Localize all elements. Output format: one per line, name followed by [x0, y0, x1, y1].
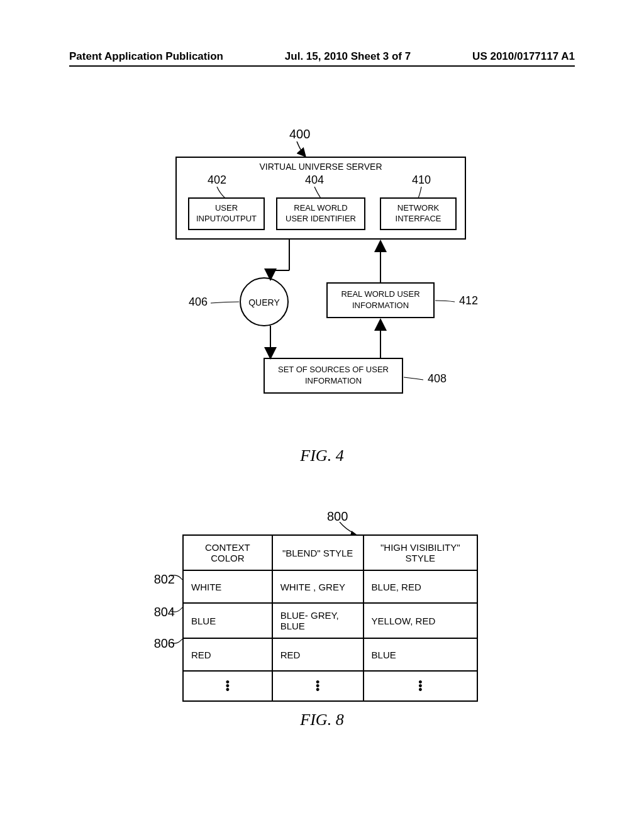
- col-blend-style: "BLEND" STYLE: [272, 535, 364, 570]
- header-right: US 2010/0177117 A1: [472, 50, 575, 63]
- table-row: WHITE WHITE , GREY BLUE, RED: [183, 570, 477, 603]
- svg-text:INPUT/OUTPUT: INPUT/OUTPUT: [196, 214, 257, 223]
- fig8-caption: FIG. 8: [0, 711, 644, 729]
- col-context-color: CONTEXT COLOR: [183, 535, 272, 570]
- table-row-ellipsis: ••• ••• •••: [183, 671, 477, 701]
- table-row: RED RED BLUE: [183, 638, 477, 671]
- svg-text:INFORMATION: INFORMATION: [305, 376, 362, 385]
- fig4-caption: FIG. 4: [0, 446, 644, 465]
- svg-text:QUERY: QUERY: [248, 297, 280, 307]
- ref-402: 402: [208, 174, 226, 186]
- server-title: VIRTUAL UNIVERSE SERVER: [259, 162, 382, 172]
- svg-text:INFORMATION: INFORMATION: [352, 301, 409, 310]
- fig8-table: CONTEXT COLOR "BLEND" STYLE "HIGH VISIBI…: [182, 534, 478, 702]
- page-header: Patent Application Publication Jul. 15, …: [69, 50, 575, 63]
- fig4-diagram: 400 VIRTUAL UNIVERSE SERVER 402 USER INP…: [164, 126, 478, 428]
- ref-406: 406: [189, 296, 208, 308]
- ref-804: 804: [143, 605, 175, 619]
- svg-text:USER: USER: [215, 203, 238, 213]
- ref-412: 412: [459, 294, 478, 307]
- svg-text:NETWORK: NETWORK: [397, 203, 440, 213]
- svg-text:SET OF SOURCES OF USER: SET OF SOURCES OF USER: [278, 365, 389, 374]
- svg-text:REAL WORLD: REAL WORLD: [294, 203, 347, 213]
- ref-410: 410: [412, 174, 431, 186]
- ref-806: 806: [143, 636, 175, 651]
- svg-text:USER IDENTIFIER: USER IDENTIFIER: [286, 214, 356, 223]
- fig8-table-wrap: 800 CONTEXT COLOR "BLEND" STYLE "HIGH VI…: [182, 534, 478, 702]
- table-row: BLUE BLUE- GREY, BLUE YELLOW, RED: [183, 603, 477, 638]
- svg-text:REAL WORLD USER: REAL WORLD USER: [341, 289, 419, 299]
- ref-404: 404: [305, 174, 324, 186]
- header-center: Jul. 15, 2010 Sheet 3 of 7: [223, 50, 472, 63]
- ref-800: 800: [327, 509, 348, 524]
- svg-text:INTERFACE: INTERFACE: [396, 214, 441, 223]
- col-high-vis: "HIGH VISIBILITY" STYLE: [364, 535, 477, 570]
- header-left: Patent Application Publication: [69, 50, 223, 63]
- ref-400: 400: [289, 127, 310, 141]
- header-rule: [69, 65, 575, 67]
- ref-408: 408: [428, 372, 447, 385]
- ref-802: 802: [143, 572, 175, 587]
